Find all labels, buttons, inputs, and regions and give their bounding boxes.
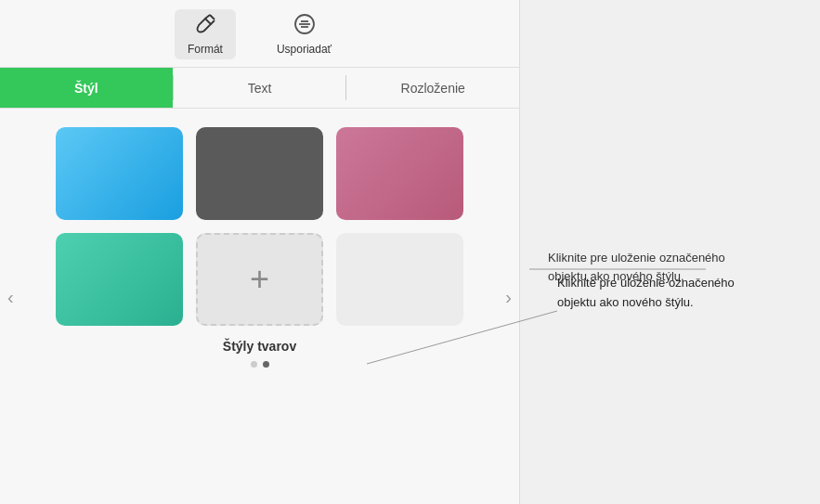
pagination-dots: [251, 361, 269, 368]
prev-arrow[interactable]: ‹: [4, 283, 18, 312]
styles-grid: +: [56, 127, 464, 326]
styles-content: ‹ + › Štýly tvarov: [0, 109, 519, 504]
style-item-add[interactable]: +: [196, 233, 323, 326]
tab-layout[interactable]: Rozloženie: [346, 68, 519, 108]
tab-style[interactable]: Štýl: [0, 68, 173, 108]
section-title: Štýly tvarov: [223, 339, 296, 354]
format-icon: [194, 13, 216, 39]
tab-text[interactable]: Text: [174, 68, 346, 108]
style-item-pink[interactable]: [336, 127, 463, 220]
style-item-dark[interactable]: [196, 127, 323, 220]
toolbar: Formát Usporiadať: [0, 0, 519, 68]
next-arrow[interactable]: ›: [501, 283, 515, 312]
tabs: Štýl Text Rozloženie: [0, 68, 519, 109]
arrange-label: Usporiadať: [277, 43, 332, 56]
style-item-empty[interactable]: [336, 233, 463, 326]
style-item-blue[interactable]: [56, 127, 183, 220]
format-label: Formát: [188, 43, 223, 56]
svg-line-0: [205, 15, 210, 19]
svg-line-2: [210, 15, 215, 19]
arrange-button[interactable]: Usporiadať: [264, 9, 345, 59]
style-item-teal[interactable]: [56, 233, 183, 326]
dot-1[interactable]: [251, 361, 257, 368]
format-button[interactable]: Formát: [175, 9, 236, 59]
arrange-icon: [293, 13, 316, 39]
dot-2[interactable]: [263, 361, 269, 368]
svg-line-1: [211, 20, 215, 24]
callout-annotation: Kliknite pre uloženie označeného objektu…: [557, 274, 752, 313]
add-icon: +: [250, 260, 269, 299]
